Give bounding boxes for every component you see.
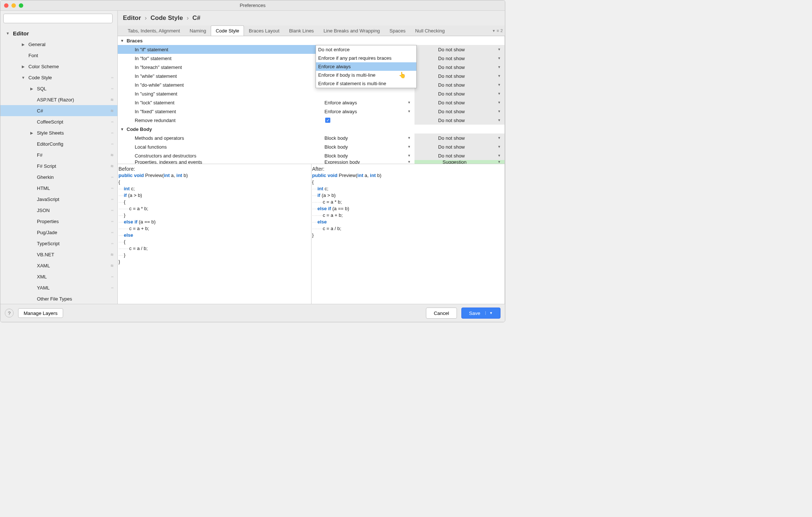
main-panel: Editor›Code Style›C# Tabs, Indents, Alig… [118, 11, 505, 304]
tab-tabs-indents-alignment[interactable]: Tabs, Indents, Alignment [123, 25, 185, 36]
setting-row[interactable]: Remove redundant✓Do not show▼ [118, 116, 505, 125]
severity-combo[interactable]: Do not show▼ [414, 45, 505, 54]
severity-combo[interactable]: Do not show▼ [414, 116, 505, 125]
setting-row[interactable]: In "for" statementDo not show▼ [118, 54, 505, 63]
setting-row[interactable]: Local functionsBlock body▼Do not show▼ [118, 142, 505, 151]
setting-row[interactable]: Methods and operatorsBlock body▼Do not s… [118, 133, 505, 142]
sidebar-item-pug-jade[interactable]: Pug/Jade⎓ [0, 227, 117, 238]
layer-icon: ≋ [110, 263, 114, 268]
severity-combo[interactable]: Do not show▼ [414, 142, 505, 151]
sidebar-item-other-file-types[interactable]: Other File Types [0, 293, 117, 304]
setting-value-combo[interactable]: Enforce always▼ [324, 100, 414, 105]
breadcrumb-segment[interactable]: Code Style [151, 14, 183, 22]
tabstrip-overflow[interactable]: ▾ ≡ 2 [493, 28, 503, 33]
severity-combo[interactable]: Do not show▼ [414, 107, 505, 116]
tab-braces-layout[interactable]: Braces Layout [244, 25, 284, 36]
sidebar-item-vb-net[interactable]: VB.NET≋ [0, 249, 117, 260]
save-button[interactable]: Save ▼ [461, 308, 500, 319]
setting-row[interactable]: In "if" statementEnforce if any part req… [118, 45, 505, 54]
severity-combo[interactable]: Suggestion▼ [414, 160, 505, 164]
layer-icon: ⎓ [111, 241, 114, 246]
settings-tree[interactable]: ▼Editor▶GeneralFont▶Color Scheme▼Code St… [0, 26, 117, 304]
sidebar-item-coffeescript[interactable]: CoffeeScript⎓ [0, 116, 117, 127]
sidebar-item-style-sheets[interactable]: ▶Style Sheets⎓ [0, 127, 117, 138]
settings-grid[interactable]: ▼BracesIn "if" statementEnforce if any p… [118, 36, 505, 164]
setting-value-combo[interactable]: Block body▼ [324, 144, 414, 150]
severity-combo[interactable]: Do not show▼ [414, 80, 505, 89]
severity-combo[interactable]: Do not show▼ [414, 98, 505, 107]
sidebar-item-xaml[interactable]: XAML≋ [0, 260, 117, 271]
search-input[interactable] [3, 14, 113, 23]
sidebar-item-asp-net-razor-[interactable]: ASP.NET (Razor)≋ [0, 94, 117, 105]
setting-row[interactable]: Constructors and destructorsBlock body▼D… [118, 151, 505, 160]
sidebar-item-xml[interactable]: XML⎓ [0, 271, 117, 282]
sidebar-item-f-script[interactable]: F# Script≋ [0, 160, 117, 171]
tab-spaces[interactable]: Spaces [385, 25, 410, 36]
sidebar-item-typescript[interactable]: TypeScript⎓ [0, 238, 117, 249]
sidebar-item-yaml[interactable]: YAML⎓ [0, 282, 117, 293]
severity-combo[interactable]: Do not show▼ [414, 133, 505, 142]
layer-icon: ≋ [110, 164, 114, 169]
sidebar-item-general[interactable]: ▶General [0, 39, 117, 50]
sidebar-item-json[interactable]: JSON⎓ [0, 205, 117, 216]
tab-line-breaks-and-wrapping[interactable]: Line Breaks and Wrapping [319, 25, 385, 36]
setting-name: In "using" statement [118, 91, 324, 97]
code-line: } [118, 258, 311, 265]
tab-blank-lines[interactable]: Blank Lines [284, 25, 319, 36]
severity-combo[interactable]: Do not show▼ [414, 151, 505, 160]
dropdown-option[interactable]: Do not enforce [316, 45, 416, 54]
sidebar-item-html[interactable]: HTML⎓ [0, 183, 117, 194]
section-header-braces[interactable]: ▼Braces [118, 36, 505, 45]
setting-value-combo[interactable]: Enforce always▼ [324, 109, 414, 114]
dropdown-popup[interactable]: Do not enforceEnforce if any part requir… [316, 45, 417, 88]
sidebar-item-editorconfig[interactable]: EditorConfig⎓ [0, 138, 117, 149]
sidebar-item-label: Other File Types [37, 296, 72, 302]
sidebar-item-label: General [28, 42, 45, 47]
section-title: Code Body [127, 126, 152, 132]
sidebar-item-properties[interactable]: Properties⎓ [0, 216, 117, 227]
sidebar-item-sql[interactable]: ▶SQL⎓ [0, 83, 117, 94]
setting-row[interactable]: In "using" statementDo not show▼ [118, 89, 505, 98]
chevron-down-icon[interactable]: ▼ [485, 311, 493, 315]
checkbox-icon[interactable]: ✓ [325, 118, 330, 123]
code-line: ····if (a > b) [118, 192, 311, 199]
dropdown-option[interactable]: Enforce if statement is multi-line [316, 79, 416, 88]
sidebar-item-code-style[interactable]: ▼Code Style⎓ [0, 72, 117, 83]
setting-value-combo[interactable]: Block body▼ [324, 153, 414, 159]
setting-row[interactable]: In "do-while" statementDo not show▼ [118, 80, 505, 89]
severity-combo[interactable]: Do not show▼ [414, 89, 505, 98]
code-line: ····} [118, 212, 311, 219]
sidebar-item-gherkin[interactable]: Gherkin⎓ [0, 171, 117, 183]
setting-value-combo[interactable]: Expression body▼ [324, 160, 414, 164]
sidebar-item-color-scheme[interactable]: ▶Color Scheme [0, 61, 117, 72]
severity-combo[interactable]: Do not show▼ [414, 63, 505, 72]
dropdown-option[interactable]: Enforce if any part requires braces [316, 54, 416, 62]
setting-row[interactable]: In "fixed" statementEnforce always▼Do no… [118, 107, 505, 116]
dropdown-option[interactable]: Enforce always [316, 62, 416, 71]
help-button[interactable]: ? [5, 309, 14, 318]
severity-combo[interactable]: Do not show▼ [414, 72, 505, 80]
section-header-code-body[interactable]: ▼Code Body [118, 125, 505, 133]
sidebar-item-f-[interactable]: F#≋ [0, 149, 117, 160]
list-icon: ≡ [496, 28, 499, 33]
setting-value-combo[interactable]: ✓ [324, 118, 414, 123]
tab-naming[interactable]: Naming [185, 25, 211, 36]
combo-value: Block body [324, 135, 348, 141]
tab-code-style[interactable]: Code Style [211, 25, 244, 36]
setting-row[interactable]: Properties, indexers and eventsExpressio… [118, 160, 505, 164]
code-line: { [312, 179, 505, 185]
setting-row[interactable]: In "lock" statementEnforce always▼Do not… [118, 98, 505, 107]
severity-combo[interactable]: Do not show▼ [414, 54, 505, 63]
sidebar-item-editor[interactable]: ▼Editor [0, 28, 117, 39]
sidebar-item-c-[interactable]: C#≋ [0, 105, 117, 116]
cancel-button[interactable]: Cancel [426, 308, 457, 319]
sidebar-item-javascript[interactable]: JavaScript⎓ [0, 194, 117, 205]
setting-row[interactable]: In "foreach" statementDo not show▼ [118, 63, 505, 72]
chevron-down-icon: ▼ [498, 65, 501, 69]
setting-row[interactable]: In "while" statementDo not show▼ [118, 72, 505, 80]
setting-value-combo[interactable]: Block body▼ [324, 135, 414, 141]
breadcrumb-segment[interactable]: Editor [123, 14, 141, 22]
tab-null-checking[interactable]: Null Checking [410, 25, 450, 36]
sidebar-item-font[interactable]: Font [0, 50, 117, 61]
manage-layers-button[interactable]: Manage Layers [18, 308, 63, 318]
